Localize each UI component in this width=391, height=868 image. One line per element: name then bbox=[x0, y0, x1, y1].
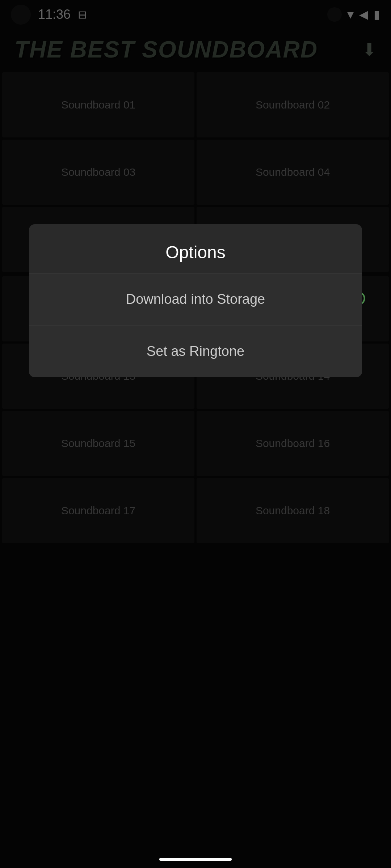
download-storage-option[interactable]: Download into Storage bbox=[29, 273, 362, 326]
set-ringtone-option[interactable]: Set as Ringtone bbox=[29, 326, 362, 377]
modal-title-area: Options bbox=[29, 224, 362, 273]
modal-title: Options bbox=[165, 243, 225, 262]
options-modal: Options Download into Storage Set as Rin… bbox=[29, 224, 362, 377]
download-storage-label: Download into Storage bbox=[126, 292, 265, 307]
set-ringtone-label: Set as Ringtone bbox=[147, 344, 244, 359]
modal-overlay[interactable] bbox=[0, 0, 391, 868]
bottom-nav-bar bbox=[159, 858, 232, 861]
